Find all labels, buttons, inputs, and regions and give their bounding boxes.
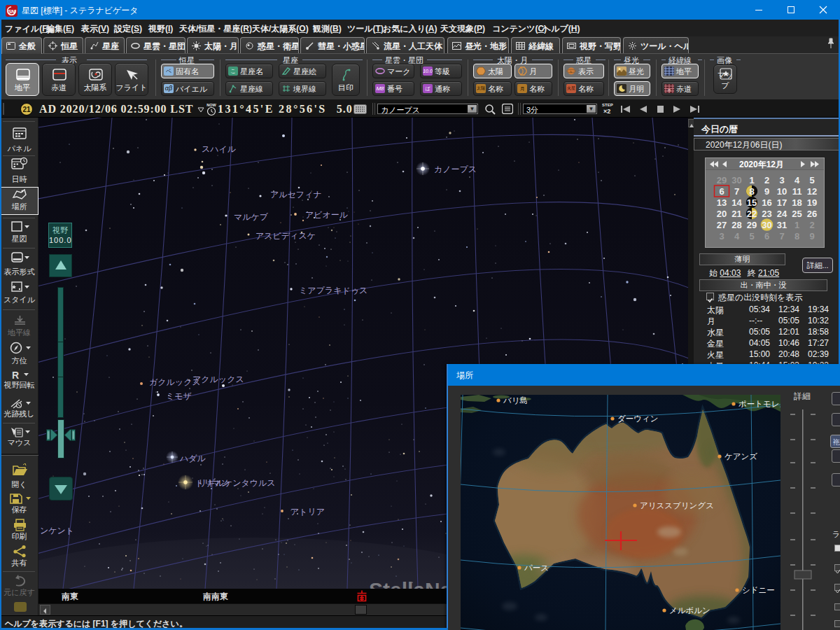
svg-text:アルセフィナ: アルセフィナ (270, 190, 322, 200)
svg-text:メルボルン: メルボルン (669, 606, 710, 615)
svg-text:2: 2 (809, 220, 814, 230)
svg-text:13: 13 (717, 197, 727, 208)
svg-text:28: 28 (732, 220, 741, 230)
svg-text:マルケブ: マルケブ (234, 212, 269, 222)
svg-text:1: 1 (749, 175, 754, 186)
svg-text:パース: パース (524, 564, 549, 572)
svg-text:5: 5 (809, 175, 814, 186)
svg-text:アビオール: アビオール (305, 210, 349, 220)
svg-text:StellaNa: StellaNa (369, 578, 452, 589)
svg-text:3: 3 (779, 175, 784, 186)
svg-text:30: 30 (762, 220, 771, 230)
svg-text:8: 8 (794, 231, 799, 241)
svg-text:ミモザ: ミモザ (166, 391, 192, 401)
svg-text:24: 24 (777, 209, 788, 219)
svg-text:アリススプリングス: アリススプリングス (640, 501, 714, 510)
svg-text:9: 9 (764, 186, 769, 197)
svg-text:21: 21 (22, 106, 31, 113)
svg-text:スハイル: スハイル (202, 144, 237, 154)
svg-text:6: 6 (719, 186, 724, 197)
svg-text:17: 17 (777, 197, 787, 208)
svg-text:16: 16 (762, 197, 771, 208)
svg-text:アクルックス: アクルックス (192, 374, 244, 384)
svg-text:NOW: NOW (206, 103, 216, 107)
svg-text:20: 20 (717, 209, 727, 219)
svg-text:5: 5 (749, 231, 754, 241)
svg-text:11: 11 (792, 186, 802, 197)
svg-text:ケアンズ: ケアンズ (724, 452, 757, 461)
svg-text:R: R (12, 370, 19, 380)
svg-text:12: 12 (807, 186, 817, 197)
svg-text:9: 9 (809, 231, 814, 241)
svg-text:10: 10 (777, 186, 787, 197)
svg-text:ンケント: ンケント (40, 526, 74, 536)
svg-text:14: 14 (732, 197, 742, 208)
svg-text:シドニー: シドニー (742, 586, 775, 594)
svg-text:18: 18 (792, 197, 802, 208)
svg-text:ミアプラキドゥス: ミアプラキドゥス (299, 286, 368, 295)
svg-text:カノープス: カノープス (434, 164, 477, 174)
svg-text:バリ島: バリ島 (503, 396, 528, 405)
svg-text:22: 22 (747, 209, 757, 219)
svg-text:7: 7 (779, 231, 784, 241)
svg-text:1: 1 (794, 220, 799, 230)
svg-text:21: 21 (732, 209, 741, 219)
svg-text:6: 6 (764, 231, 769, 241)
svg-text:♄: ♄ (570, 69, 573, 74)
svg-text:ポートモレスビ: ポートモレスビ (738, 400, 780, 408)
svg-text:7: 7 (734, 186, 739, 197)
svg-text:31: 31 (777, 220, 787, 230)
svg-text:4: 4 (734, 231, 740, 241)
svg-text:アスピディスケ: アスピディスケ (255, 231, 316, 241)
svg-text:4: 4 (794, 175, 800, 186)
svg-text:15: 15 (747, 197, 757, 208)
svg-text:25: 25 (792, 209, 802, 219)
svg-text:3: 3 (719, 231, 724, 241)
svg-text:19: 19 (807, 197, 817, 208)
svg-text:29: 29 (747, 220, 757, 230)
svg-text:23: 23 (762, 209, 771, 219)
svg-text:26: 26 (807, 209, 817, 219)
svg-text:2: 2 (764, 175, 769, 186)
svg-text:ハダル: ハダル (179, 454, 206, 463)
svg-text:30: 30 (732, 175, 741, 186)
svg-text:トリマン: トリマン (195, 478, 230, 488)
svg-text:8: 8 (749, 186, 754, 197)
svg-text:アトリア: アトリア (290, 507, 325, 517)
svg-text:27: 27 (717, 220, 727, 230)
svg-text:29: 29 (717, 175, 727, 186)
svg-text:SN: SN (8, 9, 15, 14)
svg-text:ダーウィン: ダーウィン (617, 414, 659, 423)
